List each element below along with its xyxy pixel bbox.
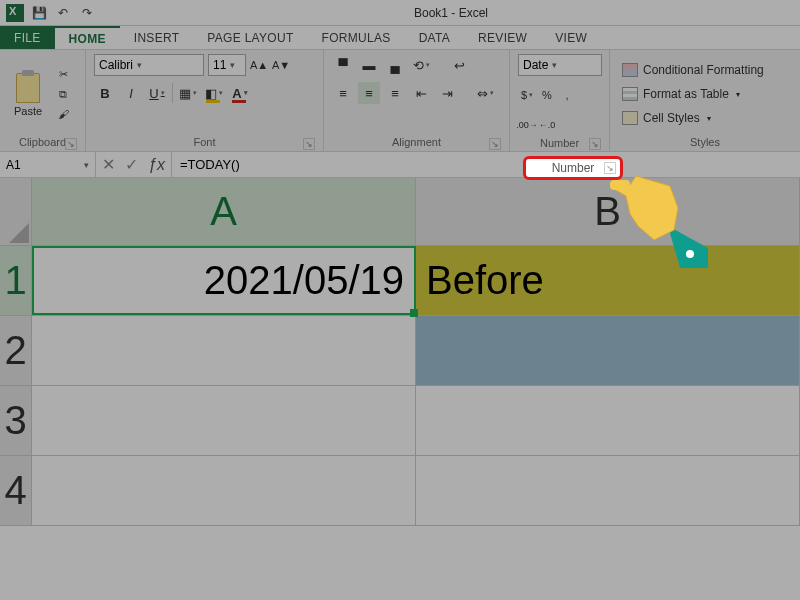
font-size-combo[interactable]: 11▾ xyxy=(208,54,246,76)
paste-label: Paste xyxy=(8,105,48,117)
undo-icon[interactable]: ↶ xyxy=(54,4,72,22)
comma-format-icon[interactable]: , xyxy=(558,84,576,106)
excel-icon xyxy=(6,4,24,22)
bold-button[interactable]: B xyxy=(94,82,116,104)
font-color-icon[interactable]: A xyxy=(229,82,251,104)
ribbon-tabs: FILE HOME INSERT PAGE LAYOUT FORMULAS DA… xyxy=(0,26,800,50)
align-bottom-icon[interactable]: ▄ xyxy=(384,54,406,76)
increase-indent-icon[interactable]: ⇥ xyxy=(436,82,458,104)
group-font: Calibri▾ 11▾ A▲ A▼ B I U ▦ ◧ A Font ↘ xyxy=(86,50,324,151)
cell-a2[interactable] xyxy=(32,316,416,385)
title-bar: 💾 ↶ ↷ Book1 - Excel xyxy=(0,0,800,26)
group-label-clipboard: Clipboard ↘ xyxy=(8,134,77,150)
align-top-icon[interactable]: ▀ xyxy=(332,54,354,76)
svg-rect-2 xyxy=(610,180,630,190)
group-styles: Conditional Formatting Format as Table▾ … xyxy=(610,50,800,151)
fx-controls: ✕ ✓ ƒx xyxy=(96,152,172,177)
tab-page-layout[interactable]: PAGE LAYOUT xyxy=(193,26,307,49)
insert-function-icon[interactable]: ƒx xyxy=(148,156,165,174)
cell-b3[interactable] xyxy=(416,386,800,455)
cell-a3[interactable] xyxy=(32,386,416,455)
window-title: Book1 - Excel xyxy=(102,6,800,20)
group-label-alignment: Alignment ↘ xyxy=(332,134,501,150)
alignment-launcher-icon[interactable]: ↘ xyxy=(489,138,501,150)
row-header-4[interactable]: 4 xyxy=(0,456,32,525)
tab-formulas[interactable]: FORMULAS xyxy=(308,26,405,49)
format-painter-icon[interactable]: 🖌 xyxy=(54,106,72,122)
number-launcher-icon[interactable]: ↘ xyxy=(589,138,601,150)
clipboard-launcher-icon[interactable]: ↘ xyxy=(65,138,77,150)
cell-styles-icon xyxy=(622,111,638,125)
cell-b4[interactable] xyxy=(416,456,800,525)
orientation-icon[interactable]: ⟲ xyxy=(410,54,432,76)
group-clipboard: Paste ✂ ⧉ 🖌 Clipboard ↘ xyxy=(0,50,86,151)
cell-a1[interactable]: 2021/05/19 xyxy=(32,246,416,315)
cut-icon[interactable]: ✂ xyxy=(54,66,72,82)
number-format-combo[interactable]: Date▾ xyxy=(518,54,602,76)
copy-icon[interactable]: ⧉ xyxy=(54,86,72,102)
increase-decimal-icon[interactable]: .00→ xyxy=(518,114,536,136)
fill-color-icon[interactable]: ◧ xyxy=(203,82,225,104)
italic-button[interactable]: I xyxy=(120,82,142,104)
enter-formula-icon[interactable]: ✓ xyxy=(125,155,138,174)
borders-icon[interactable]: ▦ xyxy=(177,82,199,104)
font-launcher-icon[interactable]: ↘ xyxy=(303,138,315,150)
format-as-table-button[interactable]: Format as Table▾ xyxy=(618,83,768,105)
row-header-1[interactable]: 1 xyxy=(0,246,32,315)
font-name-combo[interactable]: Calibri▾ xyxy=(94,54,204,76)
group-alignment: ▀ ▬ ▄ ⟲ ↩ ≡ ≡ ≡ ⇤ ⇥ ⇔ Alignment ↘ xyxy=(324,50,510,151)
conditional-formatting-button[interactable]: Conditional Formatting xyxy=(618,59,768,81)
paste-button[interactable]: Paste xyxy=(8,71,48,117)
cancel-formula-icon[interactable]: ✕ xyxy=(102,155,115,174)
decrease-font-icon[interactable]: A▼ xyxy=(272,54,290,76)
clipboard-icon xyxy=(16,73,40,103)
accounting-format-icon[interactable]: $ xyxy=(518,84,536,106)
tab-insert[interactable]: INSERT xyxy=(120,26,194,49)
decrease-decimal-icon[interactable]: ←.0 xyxy=(538,114,556,136)
align-middle-icon[interactable]: ▬ xyxy=(358,54,380,76)
tab-data[interactable]: DATA xyxy=(405,26,464,49)
underline-button[interactable]: U xyxy=(146,82,168,104)
table-icon xyxy=(622,87,638,101)
svg-point-1 xyxy=(686,250,694,258)
align-center-icon[interactable]: ≡ xyxy=(358,82,380,104)
column-header-a[interactable]: A xyxy=(32,178,416,245)
cell-styles-button[interactable]: Cell Styles▾ xyxy=(618,107,768,129)
group-label-font: Font ↘ xyxy=(94,134,315,150)
name-box[interactable]: A1▾ xyxy=(0,152,96,177)
tab-file[interactable]: FILE xyxy=(0,26,55,49)
percent-format-icon[interactable]: % xyxy=(538,84,556,106)
merge-center-icon[interactable]: ⇔ xyxy=(474,82,496,104)
group-label-styles: Styles xyxy=(618,134,792,150)
save-icon[interactable]: 💾 xyxy=(30,4,48,22)
tab-review[interactable]: REVIEW xyxy=(464,26,541,49)
cell-a4[interactable] xyxy=(32,456,416,525)
select-all-corner[interactable] xyxy=(0,178,32,245)
increase-font-icon[interactable]: A▲ xyxy=(250,54,268,76)
svg-marker-0 xyxy=(668,226,708,268)
group-label-number: Number ↘ xyxy=(518,136,601,150)
pointing-hand-icon xyxy=(608,168,708,268)
row-header-3[interactable]: 3 xyxy=(0,386,32,455)
decrease-indent-icon[interactable]: ⇤ xyxy=(410,82,432,104)
conditional-formatting-icon xyxy=(622,63,638,77)
quick-access-toolbar: 💾 ↶ ↷ xyxy=(0,4,102,22)
tab-home[interactable]: HOME xyxy=(55,26,120,49)
redo-icon[interactable]: ↷ xyxy=(78,4,96,22)
ribbon: Paste ✂ ⧉ 🖌 Clipboard ↘ Calibri▾ 11▾ A▲ xyxy=(0,50,800,152)
row-header-2[interactable]: 2 xyxy=(0,316,32,385)
tab-view[interactable]: VIEW xyxy=(541,26,601,49)
wrap-text-icon[interactable]: ↩ xyxy=(448,54,470,76)
align-right-icon[interactable]: ≡ xyxy=(384,82,406,104)
cell-b2[interactable] xyxy=(416,316,800,385)
group-number: Date▾ $ % , .00→ ←.0 Number ↘ xyxy=(510,50,610,151)
align-left-icon[interactable]: ≡ xyxy=(332,82,354,104)
